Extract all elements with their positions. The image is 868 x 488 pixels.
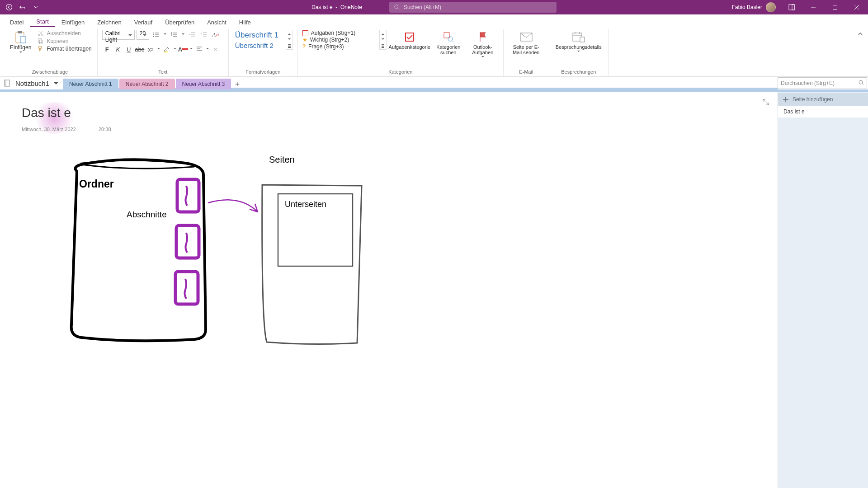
tab-datei[interactable]: Datei xyxy=(4,17,30,27)
delete-button[interactable]: ✕ xyxy=(211,44,221,54)
highlight-button[interactable] xyxy=(162,44,172,54)
tab-ueberpruefen[interactable]: Überprüfen xyxy=(159,17,201,27)
notebook-bar: Notizbuch1 Neuer Abschnitt 1 Neuer Absch… xyxy=(0,77,868,89)
copy-button[interactable]: Kopieren xyxy=(37,38,92,45)
subscript-button[interactable]: x2 xyxy=(146,44,156,54)
indent-button[interactable] xyxy=(199,30,209,40)
tag-important[interactable]: ★Wichtig (Strg+2) xyxy=(302,37,379,43)
outdent-button[interactable] xyxy=(187,30,197,40)
cut-button[interactable]: Ausschneiden xyxy=(37,30,92,37)
minimize-button[interactable] xyxy=(803,0,824,14)
font-name-select[interactable]: Calibri Light xyxy=(102,30,135,40)
back-button[interactable] xyxy=(3,1,15,14)
section-tab-3[interactable]: Neuer Abschnitt 3 xyxy=(176,79,231,89)
page-list-panel: Seite hinzufügen Das ist e xyxy=(778,92,868,488)
font-size-select[interactable]: 20 xyxy=(137,30,149,40)
add-page-button[interactable]: Seite hinzufügen xyxy=(778,93,868,106)
svg-rect-7 xyxy=(20,37,26,43)
page-canvas[interactable]: Das ist e Mittwoch, 30. März 2022 20:38 xyxy=(0,92,778,488)
style-heading1[interactable]: Überschrift 1 xyxy=(233,30,283,41)
section-tab-1[interactable]: Neuer Abschnitt 1 xyxy=(63,79,118,89)
maximize-button[interactable] xyxy=(825,0,845,14)
avatar xyxy=(766,2,776,12)
titlebar: Das ist e - OneNote Suchen (Alt+M) Fabio… xyxy=(0,0,868,14)
scissors-icon xyxy=(38,30,44,37)
strikethrough-button[interactable]: abc xyxy=(135,44,145,54)
tab-einfuegen[interactable]: Einfügen xyxy=(55,17,91,27)
qat-customize[interactable] xyxy=(30,1,42,14)
numbering-button[interactable]: 12 xyxy=(169,30,179,40)
bullets-button[interactable] xyxy=(151,30,161,40)
group-meetings: Besprechungsdetails Besprechungen xyxy=(549,29,609,76)
chevron-down-icon xyxy=(19,52,23,54)
svg-point-20 xyxy=(448,37,453,41)
undo-button[interactable] xyxy=(16,1,29,14)
outlook-tasks-button[interactable]: Outlook-Aufgaben xyxy=(467,30,499,60)
svg-rect-2 xyxy=(789,5,794,10)
group-email: Seite per E-Mail senden E-Mail xyxy=(504,29,549,76)
group-label: Text xyxy=(102,68,224,76)
ribbon: Einfügen Ausschneiden Kopieren Format üb… xyxy=(0,27,868,77)
notebook-select[interactable]: Notizbuch1 xyxy=(14,77,63,89)
account-button[interactable]: Fabio Basler xyxy=(727,0,780,14)
notebook-icon[interactable] xyxy=(0,77,14,89)
search-icon xyxy=(394,4,400,10)
svg-point-13 xyxy=(153,34,154,35)
format-painter-button[interactable]: Format übertragen xyxy=(37,45,92,52)
search-input[interactable]: Suchen (Alt+M) xyxy=(389,2,557,13)
styles-gallery[interactable]: Überschrift 1 Überschrift 2 xyxy=(233,30,283,50)
group-label: Zwischenablage xyxy=(7,68,93,76)
align-button[interactable] xyxy=(194,44,204,54)
svg-rect-23 xyxy=(580,37,585,42)
add-section-button[interactable]: ＋ xyxy=(232,79,243,89)
svg-rect-10 xyxy=(38,39,42,43)
tab-hilfe[interactable]: Hilfe xyxy=(233,17,257,27)
section-tab-2[interactable]: Neuer Abschnitt 2 xyxy=(119,79,175,89)
page-list-item[interactable]: Das ist e xyxy=(778,106,868,118)
tag-question[interactable]: ?Frage (Strg+3) xyxy=(302,43,379,50)
email-page-button[interactable]: Seite per E-Mail senden xyxy=(508,30,544,56)
ink-label-unterseiten: Unterseiten xyxy=(285,200,326,209)
page-date: Mittwoch, 30. März 2022 xyxy=(22,127,76,132)
notes-pane-icon[interactable] xyxy=(781,0,802,14)
clear-formatting-button[interactable]: A⊘ xyxy=(211,30,221,40)
expand-icon[interactable] xyxy=(762,99,769,108)
style-heading2[interactable]: Überschrift 2 xyxy=(233,41,283,50)
svg-rect-11 xyxy=(40,40,43,44)
window-title: Das ist e - OneNote xyxy=(311,4,362,10)
page-title[interactable]: Das ist e xyxy=(22,106,71,120)
font-color-button[interactable]: A xyxy=(178,44,188,54)
search-categories-button[interactable]: Kategorien suchen xyxy=(433,30,464,56)
checkbox-icon xyxy=(403,31,416,43)
italic-button[interactable]: K xyxy=(113,44,123,54)
bold-button[interactable]: F xyxy=(102,44,112,54)
svg-rect-6 xyxy=(18,31,22,33)
page-search-input[interactable]: Durchsuchen (Strg+E) xyxy=(778,77,867,89)
tab-start[interactable]: Start xyxy=(30,16,55,27)
tags-more[interactable] xyxy=(379,30,387,50)
user-name: Fabio Basler xyxy=(732,4,762,10)
clipboard-icon xyxy=(14,31,27,43)
search-placeholder: Suchen (Alt+M) xyxy=(404,4,441,10)
tag-task[interactable]: Aufgaben (Strg+1) xyxy=(302,30,379,36)
tab-ansicht[interactable]: Ansicht xyxy=(201,17,233,27)
calendar-icon xyxy=(572,31,585,43)
paste-button[interactable]: Einfügen xyxy=(7,30,34,55)
tab-zeichnen[interactable]: Zeichnen xyxy=(91,17,127,27)
ink-label-seiten: Seiten xyxy=(269,155,295,165)
meeting-details-button[interactable]: Besprechungsdetails xyxy=(554,30,604,54)
group-label: E-Mail xyxy=(508,68,544,76)
underline-button[interactable]: U xyxy=(124,44,134,54)
tab-verlauf[interactable]: Verlauf xyxy=(128,17,159,27)
svg-point-25 xyxy=(859,80,863,84)
task-category-button[interactable]: Aufgabenkategorie xyxy=(389,30,430,51)
question-icon: ? xyxy=(302,43,306,50)
close-button[interactable] xyxy=(846,0,867,14)
styles-more[interactable] xyxy=(286,30,293,50)
group-categories: Aufgaben (Strg+1) ★Wichtig (Strg+2) ?Fra… xyxy=(298,29,504,76)
copy-icon xyxy=(38,38,44,44)
svg-point-8 xyxy=(38,34,40,36)
collapse-ribbon-button[interactable] xyxy=(857,31,863,39)
paintbrush-icon xyxy=(38,46,44,52)
svg-point-1 xyxy=(395,5,398,9)
